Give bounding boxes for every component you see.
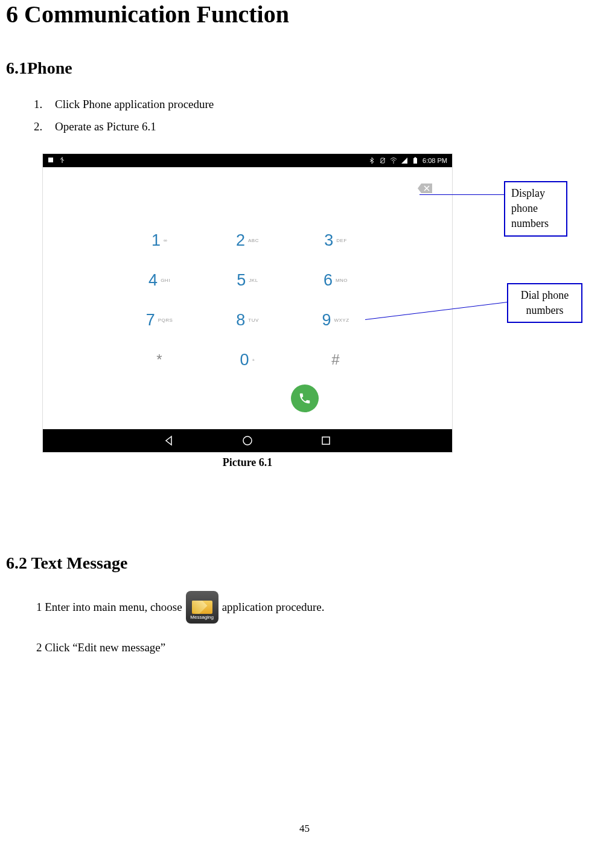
text-message-steps: 1 Enter into main menu, choose Messaging… — [36, 591, 603, 657]
step-text: 1 Enter into main menu, choose — [36, 598, 182, 617]
key-1[interactable]: 1∞ — [115, 231, 203, 250]
key-star[interactable]: * — [115, 351, 203, 368]
key-8[interactable]: 8TUV — [203, 311, 292, 330]
key-5[interactable]: 5JKL — [203, 271, 292, 290]
key-6[interactable]: 6MNO — [292, 271, 380, 290]
no-sim-icon — [379, 157, 386, 164]
figure-6-1: 6:08 PM 1∞ 2ABC 3DEF 4GHI 5JKL — [42, 153, 603, 469]
rect-icon — [48, 156, 55, 165]
usb-icon — [59, 156, 66, 165]
status-bar: 6:08 PM — [43, 154, 452, 167]
figure-caption: Picture 6.1 — [42, 456, 453, 469]
step-text: 2 Click “Edit new message” — [36, 638, 165, 657]
phone-screenshot: 6:08 PM 1∞ 2ABC 3DEF 4GHI 5JKL — [42, 153, 453, 453]
key-hash[interactable]: # — [292, 351, 380, 368]
android-nav-bar — [43, 429, 452, 452]
backspace-icon[interactable] — [417, 183, 433, 194]
svg-rect-5 — [415, 158, 416, 159]
list-item: 2 Click “Edit new message” — [36, 638, 603, 657]
wifi-icon — [390, 157, 397, 164]
battery-icon — [412, 157, 419, 164]
key-3[interactable]: 3DEF — [292, 231, 380, 250]
svg-rect-4 — [413, 158, 417, 164]
key-2[interactable]: 2ABC — [203, 231, 292, 250]
key-4[interactable]: 4GHI — [115, 271, 203, 290]
key-7[interactable]: 7PQRS — [115, 311, 203, 330]
list-item: Operate as Picture 6.1 — [45, 118, 603, 136]
signal-icon — [401, 157, 408, 164]
status-time: 6:08 PM — [422, 157, 447, 164]
recents-button[interactable] — [320, 435, 332, 447]
list-item: Click Phone application procedure — [45, 96, 603, 113]
dial-keypad: 1∞ 2ABC 3DEF 4GHI 5JKL 6MNO 7PQRS 8TUV 9… — [43, 214, 452, 429]
dial-button[interactable] — [291, 385, 319, 412]
section-text-title: 6.2 Text Message — [6, 554, 603, 573]
key-0[interactable]: 0+ — [203, 351, 292, 369]
svg-point-3 — [393, 162, 394, 164]
page-number: 45 — [299, 823, 310, 835]
callout-display: Display phone numbers — [504, 181, 567, 237]
messaging-app-icon: Messaging — [186, 591, 218, 624]
list-item: 1 Enter into main menu, choose Messaging… — [36, 591, 603, 624]
svg-rect-7 — [322, 437, 330, 444]
bluetooth-icon — [368, 157, 375, 164]
back-button[interactable] — [163, 435, 175, 447]
phone-steps-list: Click Phone application procedure Operat… — [45, 96, 603, 135]
svg-point-6 — [243, 436, 252, 445]
number-display — [43, 167, 452, 214]
callout-dial: Dial phone numbers — [507, 283, 582, 323]
step-text: application procedure. — [222, 598, 325, 617]
chapter-title: 6 Communication Function — [6, 0, 603, 28]
svg-rect-0 — [48, 158, 53, 162]
home-button[interactable] — [241, 435, 253, 447]
key-9[interactable]: 9WXYZ — [292, 311, 380, 330]
section-phone-title: 6.1Phone — [6, 59, 603, 78]
